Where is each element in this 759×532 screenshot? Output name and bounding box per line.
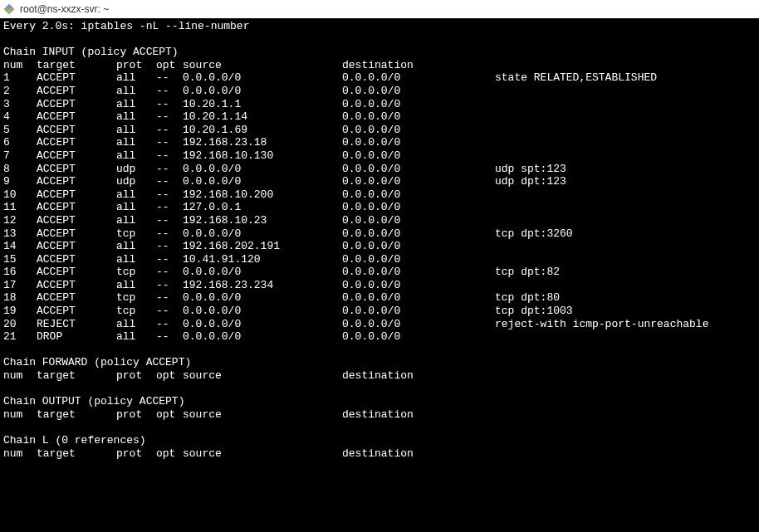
rule-source: 0.0.0.0/0 <box>183 85 342 98</box>
rule-prot: tcp <box>116 227 156 241</box>
rule-row: 6ACCEPTall--192.168.23.180.0.0.0/0 <box>3 136 756 149</box>
rule-opt: -- <box>156 188 183 202</box>
rule-prot: all <box>116 240 156 253</box>
rule-prot: all <box>116 98 156 111</box>
rule-source: 10.20.1.14 <box>183 110 342 124</box>
rule-row: 13ACCEPTtcp--0.0.0.0/00.0.0.0/0tcp dpt:3… <box>3 227 756 241</box>
column-header: numtargetprotoptsourcedestination <box>3 447 756 461</box>
rule-opt: -- <box>156 214 183 227</box>
rule-prot: tcp <box>116 291 156 305</box>
rule-num: 14 <box>3 240 37 253</box>
rule-num: 16 <box>3 266 37 279</box>
rule-target: ACCEPT <box>37 98 116 111</box>
rule-destination: 0.0.0.0/0 <box>342 227 495 241</box>
blank-line <box>3 33 756 46</box>
rule-destination: 0.0.0.0/0 <box>342 149 495 163</box>
rule-row: 15ACCEPTall--10.41.91.1200.0.0.0/0 <box>3 253 756 266</box>
rule-prot: tcp <box>116 305 156 318</box>
rule-target: REJECT <box>37 318 116 331</box>
rule-prot: all <box>116 330 156 344</box>
rule-destination: 0.0.0.0/0 <box>342 175 495 188</box>
rule-destination: 0.0.0.0/0 <box>342 318 495 331</box>
rule-prot: udp <box>116 175 156 188</box>
rule-opt: -- <box>156 266 183 279</box>
rule-opt: -- <box>156 305 183 318</box>
col-prot: prot <box>116 447 156 461</box>
rule-row: 9ACCEPTudp--0.0.0.0/00.0.0.0/0udp dpt:12… <box>3 175 756 188</box>
rule-target: ACCEPT <box>37 253 116 266</box>
rule-source: 0.0.0.0/0 <box>183 175 342 188</box>
rule-row: 5ACCEPTall--10.20.1.690.0.0.0/0 <box>3 124 756 137</box>
terminal-output[interactable]: Every 2.0s: iptables -nL --line-number C… <box>0 18 759 532</box>
rule-num: 10 <box>3 188 37 202</box>
rule-prot: all <box>116 253 156 266</box>
blank-line <box>3 421 756 434</box>
rule-opt: -- <box>156 163 183 176</box>
rule-num: 21 <box>3 330 37 344</box>
rule-source: 0.0.0.0/0 <box>183 305 342 318</box>
rule-destination: 0.0.0.0/0 <box>342 163 495 176</box>
rule-target: ACCEPT <box>37 175 116 188</box>
chain-header: Chain OUTPUT (policy ACCEPT) <box>3 395 756 408</box>
rule-opt: -- <box>156 227 183 241</box>
col-target: target <box>37 369 116 383</box>
rule-target: ACCEPT <box>37 291 116 305</box>
rule-row: 11ACCEPTall--127.0.0.10.0.0.0/0 <box>3 201 756 214</box>
rule-target: ACCEPT <box>37 227 116 241</box>
rule-prot: all <box>116 136 156 149</box>
rule-num: 7 <box>3 149 37 163</box>
rule-destination: 0.0.0.0/0 <box>342 279 495 292</box>
rule-destination: 0.0.0.0/0 <box>342 85 495 98</box>
rule-row: 12ACCEPTall--192.168.10.230.0.0.0/0 <box>3 214 756 227</box>
col-source: source <box>183 59 342 72</box>
chain-header: Chain INPUT (policy ACCEPT) <box>3 46 756 59</box>
col-target: target <box>37 408 116 422</box>
rule-opt: -- <box>156 201 183 214</box>
rule-prot: all <box>116 71 156 85</box>
rule-target: ACCEPT <box>37 188 116 202</box>
window-title: root@ns-xxzx-svr: ~ <box>20 3 109 15</box>
rule-opt: -- <box>156 175 183 188</box>
col-opt: opt <box>156 447 183 461</box>
chain-header: Chain L (0 references) <box>3 434 756 447</box>
rule-prot: all <box>116 85 156 98</box>
col-prot: prot <box>116 408 156 422</box>
rule-opt: -- <box>156 98 183 111</box>
rule-opt: -- <box>156 279 183 292</box>
rule-row: 10ACCEPTall--192.168.10.2000.0.0.0/0 <box>3 188 756 202</box>
rule-num: 8 <box>3 163 37 176</box>
rule-row: 2ACCEPTall--0.0.0.0/00.0.0.0/0 <box>3 85 756 98</box>
rule-destination: 0.0.0.0/0 <box>342 188 495 202</box>
column-header: numtargetprotoptsourcedestination <box>3 408 756 422</box>
rule-prot: udp <box>116 163 156 176</box>
col-destination: destination <box>342 408 495 422</box>
rule-source: 0.0.0.0/0 <box>183 163 342 176</box>
rule-extra: udp spt:123 <box>495 163 566 176</box>
rule-opt: -- <box>156 149 183 163</box>
rule-opt: -- <box>156 71 183 85</box>
rule-extra: udp dpt:123 <box>495 175 566 188</box>
rule-source: 0.0.0.0/0 <box>183 291 342 305</box>
rule-extra: tcp dpt:1003 <box>495 305 573 318</box>
rule-destination: 0.0.0.0/0 <box>342 330 495 344</box>
rule-num: 1 <box>3 71 37 85</box>
rule-destination: 0.0.0.0/0 <box>342 266 495 279</box>
rule-prot: all <box>116 124 156 137</box>
rule-destination: 0.0.0.0/0 <box>342 214 495 227</box>
col-prot: prot <box>116 369 156 383</box>
app-icon <box>3 3 15 15</box>
rule-row: 4ACCEPTall--10.20.1.140.0.0.0/0 <box>3 110 756 124</box>
rule-destination: 0.0.0.0/0 <box>342 136 495 149</box>
rule-target: ACCEPT <box>37 136 116 149</box>
rule-opt: -- <box>156 253 183 266</box>
rule-extra: tcp dpt:82 <box>495 266 560 279</box>
rule-opt: -- <box>156 240 183 253</box>
rule-num: 11 <box>3 201 37 214</box>
rule-num: 3 <box>3 98 37 111</box>
rule-row: 20REJECTall--0.0.0.0/00.0.0.0/0reject-wi… <box>3 318 756 331</box>
rule-source: 192.168.202.191 <box>183 240 342 253</box>
rule-source: 192.168.23.18 <box>183 136 342 149</box>
rule-destination: 0.0.0.0/0 <box>342 291 495 305</box>
rule-row: 3ACCEPTall--10.20.1.10.0.0.0/0 <box>3 98 756 111</box>
col-destination: destination <box>342 59 495 72</box>
